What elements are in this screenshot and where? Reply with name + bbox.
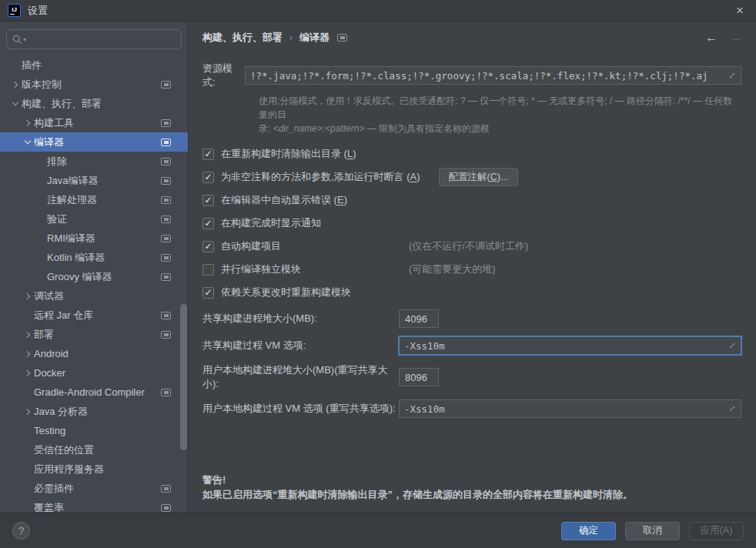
sidebar-item-覆盖率[interactable]: 覆盖率 [0, 498, 188, 513]
monitor-icon [161, 331, 171, 339]
sidebar-item-版本控制[interactable]: 版本控制 [0, 75, 188, 94]
warning-text: 警告! 如果已启用选项“重新构建时清除输出目录”，存储生成源的目录的全部内容将在… [202, 473, 741, 502]
sidebar-item-应用程序服务器[interactable]: 应用程序服务器 [0, 459, 188, 479]
field-row: 用户本地构建过程 VM 选项 (重写共享选项):-Xss10m [202, 399, 741, 418]
sidebar-item-注解处理器[interactable]: 注解处理器 [0, 190, 188, 209]
monitor-icon [161, 504, 171, 512]
tree-expanded-chevron-icon[interactable] [22, 141, 34, 143]
configure-annotations-button[interactable]: 配置注解(C)... [439, 168, 519, 186]
sidebar-item-label: 构建工具 [34, 116, 74, 130]
checkbox-checked[interactable]: ✓ [202, 172, 214, 183]
breadcrumb-item-build-execution-deployment[interactable]: 构建、执行、部署 [202, 31, 283, 45]
sidebar-item-部署[interactable]: 部署 [0, 325, 188, 344]
expand-field-icon[interactable] [728, 404, 737, 416]
dialog-footer: ? 确定 取消 应用(A) [0, 513, 756, 548]
checkbox-hint: (仅在不运行/不调试时工作) [409, 239, 741, 253]
sidebar-scrollbar[interactable] [180, 304, 187, 450]
ok-button[interactable]: 确定 [561, 522, 616, 540]
tree-collapsed-chevron-icon[interactable] [22, 409, 34, 414]
sidebar-item-验证[interactable]: 验证 [0, 209, 188, 229]
sidebar-item-构建工具[interactable]: 构建工具 [0, 113, 188, 132]
sidebar-item-编译器[interactable]: 编译器 [0, 132, 188, 152]
vm-options-input[interactable]: -Xss10m [399, 336, 741, 355]
tree-collapsed-chevron-icon[interactable] [22, 352, 34, 356]
field-row: 共享构建进程堆大小(MB):4096 [202, 309, 741, 328]
expand-field-icon[interactable] [728, 71, 737, 82]
help-button[interactable]: ? [12, 522, 30, 540]
build-process-fields: 共享构建进程堆大小(MB):4096共享构建过程 VM 选项:-Xss10m用户… [202, 309, 741, 426]
sidebar-item-构建、执行、部署[interactable]: 构建、执行、部署 [0, 94, 188, 113]
sidebar-item-远程-jar-仓库[interactable]: 远程 Jar 仓库 [0, 306, 188, 325]
monitor-icon [161, 273, 171, 281]
back-arrow-icon[interactable]: ← [705, 31, 718, 45]
settings-main-panel: 构建、执行、部署 › 编译器 ← → 资源模式: !?*.java;!?*.fo… [189, 22, 756, 513]
checkbox-label[interactable]: 依赖关系更改时重新构建模块 [221, 286, 351, 299]
sidebar-item-groovy-编译器[interactable]: Groovy 编译器 [0, 267, 188, 286]
cancel-button[interactable]: 取消 [625, 522, 680, 540]
tree-expanded-chevron-icon[interactable] [9, 102, 22, 105]
checkbox-label[interactable]: 在编辑器中自动显示错误 (E) [221, 193, 347, 207]
checkbox-unchecked[interactable] [202, 264, 214, 276]
window-title: 设置 [28, 4, 48, 18]
sidebar-item-排除[interactable]: 排除 [0, 152, 188, 171]
resource-patterns-input[interactable]: !?*.java;!?*.form;!?*.class;!?*.groovy;!… [245, 66, 741, 85]
vm-options-input[interactable]: -Xss10m [399, 399, 741, 418]
tree-collapsed-chevron-icon[interactable] [22, 121, 34, 125]
search-icon: ▾ [12, 35, 26, 45]
sidebar-item-testing[interactable]: Testing [0, 421, 188, 440]
checkbox-row: ✓在构建完成时显示通知 [202, 214, 741, 232]
sidebar-item-rmi编译器[interactable]: RMI编译器 [0, 229, 188, 248]
sidebar-item-label: RMI编译器 [47, 232, 95, 246]
monitor-icon [337, 34, 347, 42]
forward-arrow-icon: → [730, 31, 742, 45]
checkbox-checked[interactable]: ✓ [202, 287, 214, 299]
resource-patterns-help: 使用;分隔模式，使用！求反模式。已接受通配符: ? — 仅一个符号; * — 无… [259, 94, 741, 135]
sidebar-item-java-分析器[interactable]: Java 分析器 [0, 402, 188, 421]
sidebar-item-java编译器[interactable]: Java编译器 [0, 171, 188, 190]
breadcrumb-item-compiler: 编译器 [299, 31, 329, 45]
checkbox-label[interactable]: 在重新构建时清除输出目录 (L) [221, 147, 356, 161]
sidebar-item-gradle-android-compiler[interactable]: Gradle-Android Compiler [0, 383, 188, 402]
sidebar-item-docker[interactable]: Docker [0, 363, 188, 383]
checkbox-label[interactable]: 并行编译独立模块 [221, 262, 301, 276]
tree-collapsed-chevron-icon[interactable] [22, 371, 34, 376]
tree-collapsed-chevron-icon[interactable] [22, 294, 34, 299]
field-row: 用户本地构建进程堆大小(MB)(重写共享大小):8096 [202, 363, 741, 391]
monitor-icon [161, 254, 171, 262]
sidebar-item-受信任的位置[interactable]: 受信任的位置 [0, 440, 188, 459]
checkbox-label[interactable]: 为非空注释的方法和参数,添加运行时断言 (A) [221, 170, 420, 184]
checkbox-checked[interactable]: ✓ [202, 241, 214, 252]
sidebar-item-label: Docker [34, 367, 65, 379]
sidebar-item-label: Android [34, 348, 69, 359]
sidebar-item-label: 调试器 [34, 289, 64, 303]
heap-size-input[interactable]: 8096 [399, 368, 439, 386]
sidebar-item-label: 版本控制 [22, 78, 62, 92]
sidebar-item-label: 覆盖率 [34, 501, 64, 513]
tree-collapsed-chevron-icon[interactable] [9, 82, 22, 87]
sidebar-item-label: 远程 Jar 仓库 [34, 309, 93, 322]
search-input[interactable]: ▾ [6, 29, 182, 49]
monitor-icon [161, 196, 171, 204]
sidebar-item-插件[interactable]: 插件 [0, 55, 188, 75]
checkbox-checked[interactable]: ✓ [202, 149, 214, 160]
checkbox-checked[interactable]: ✓ [202, 195, 214, 206]
close-icon[interactable]: × [731, 2, 748, 18]
monitor-icon [161, 312, 171, 319]
sidebar-item-label: Java编译器 [47, 174, 98, 188]
sidebar-item-必需插件[interactable]: 必需插件 [0, 479, 188, 498]
sidebar-item-调试器[interactable]: 调试器 [0, 286, 188, 306]
expand-field-icon[interactable] [728, 341, 737, 353]
tree-collapsed-chevron-icon[interactable] [22, 332, 34, 337]
heap-size-input[interactable]: 4096 [399, 309, 439, 328]
sidebar-item-kotlin-编译器[interactable]: Kotlin 编译器 [0, 248, 188, 267]
monitor-icon [161, 389, 171, 396]
sidebar-item-label: Testing [34, 425, 65, 436]
checkbox-checked[interactable]: ✓ [202, 218, 214, 229]
sidebar-item-android[interactable]: Android [0, 344, 188, 363]
checkbox-label[interactable]: 自动构建项目 [221, 239, 281, 253]
monitor-icon [161, 139, 171, 146]
field-label: 用户本地构建进程堆大小(MB)(重写共享大小): [202, 363, 399, 391]
settings-sidebar: ▾ 插件版本控制构建、执行、部署构建工具编译器排除Java编译器注解处理器验证R… [0, 22, 189, 513]
sidebar-item-label: 应用程序服务器 [34, 463, 104, 476]
checkbox-label[interactable]: 在构建完成时显示通知 [221, 216, 321, 230]
